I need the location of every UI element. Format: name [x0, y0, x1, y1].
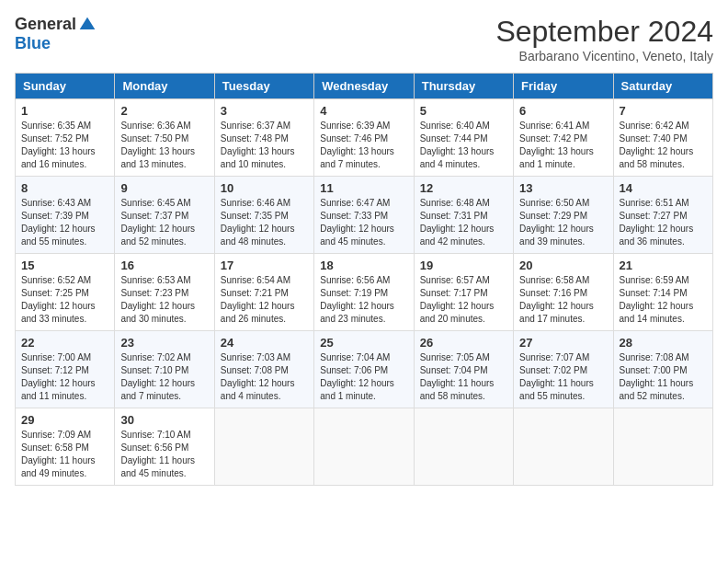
calendar-week-2: 8Sunrise: 6:43 AM Sunset: 7:39 PM Daylig…: [16, 177, 713, 254]
day-number: 16: [120, 259, 208, 272]
calendar-cell: [214, 408, 313, 486]
calendar-cell: 3Sunrise: 6:37 AM Sunset: 7:48 PM Daylig…: [214, 99, 313, 177]
calendar-header-saturday: Saturday: [613, 74, 712, 99]
day-number: 28: [620, 336, 707, 350]
day-number: 4: [320, 104, 407, 118]
day-number: 15: [21, 259, 108, 272]
calendar-header-friday: Friday: [514, 74, 613, 99]
calendar-week-4: 22Sunrise: 7:00 AM Sunset: 7:12 PM Dayli…: [16, 331, 713, 408]
day-info: Sunrise: 6:54 AM Sunset: 7:21 PM Dayligh…: [221, 274, 308, 326]
logo-icon: [78, 16, 97, 34]
day-info: Sunrise: 6:35 AM Sunset: 7:52 PM Dayligh…: [21, 120, 108, 171]
day-info: Sunrise: 6:59 AM Sunset: 7:14 PM Dayligh…: [620, 274, 707, 326]
day-info: Sunrise: 6:39 AM Sunset: 7:46 PM Dayligh…: [320, 120, 407, 171]
day-number: 23: [120, 336, 208, 350]
day-number: 8: [21, 181, 108, 195]
day-number: 30: [120, 413, 208, 427]
day-number: 27: [519, 336, 607, 350]
day-number: 18: [320, 259, 407, 272]
calendar-header-thursday: Thursday: [414, 74, 513, 99]
calendar-cell: 8Sunrise: 6:43 AM Sunset: 7:39 PM Daylig…: [16, 177, 115, 254]
day-number: 1: [21, 104, 108, 118]
calendar-cell: 15Sunrise: 6:52 AM Sunset: 7:25 PM Dayli…: [16, 254, 115, 331]
calendar-cell: 19Sunrise: 6:57 AM Sunset: 7:17 PM Dayli…: [414, 254, 513, 331]
day-info: Sunrise: 6:51 AM Sunset: 7:27 PM Dayligh…: [620, 197, 707, 248]
day-number: 25: [320, 336, 407, 350]
calendar-week-5: 29Sunrise: 7:09 AM Sunset: 6:58 PM Dayli…: [16, 408, 713, 486]
calendar-cell: 29Sunrise: 7:09 AM Sunset: 6:58 PM Dayli…: [16, 408, 115, 486]
calendar-cell: [314, 408, 414, 486]
day-number: 21: [620, 259, 707, 272]
day-info: Sunrise: 6:48 AM Sunset: 7:31 PM Dayligh…: [420, 197, 507, 248]
calendar-cell: 22Sunrise: 7:00 AM Sunset: 7:12 PM Dayli…: [16, 331, 115, 408]
day-info: Sunrise: 7:00 AM Sunset: 7:12 PM Dayligh…: [21, 351, 108, 403]
calendar-cell: 2Sunrise: 6:36 AM Sunset: 7:50 PM Daylig…: [115, 99, 214, 177]
calendar-cell: 1Sunrise: 6:35 AM Sunset: 7:52 PM Daylig…: [16, 99, 115, 177]
day-number: 9: [120, 181, 208, 195]
calendar-cell: 24Sunrise: 7:03 AM Sunset: 7:08 PM Dayli…: [214, 331, 313, 408]
day-info: Sunrise: 6:40 AM Sunset: 7:44 PM Dayligh…: [420, 120, 507, 171]
day-number: 14: [620, 181, 707, 195]
day-info: Sunrise: 6:46 AM Sunset: 7:35 PM Dayligh…: [221, 197, 308, 248]
day-number: 2: [120, 104, 208, 118]
calendar-cell: 11Sunrise: 6:47 AM Sunset: 7:33 PM Dayli…: [314, 177, 414, 254]
logo: General Blue: [15, 15, 97, 53]
calendar-cell: 17Sunrise: 6:54 AM Sunset: 7:21 PM Dayli…: [214, 254, 313, 331]
calendar-cell: 9Sunrise: 6:45 AM Sunset: 7:37 PM Daylig…: [115, 177, 214, 254]
day-info: Sunrise: 7:04 AM Sunset: 7:06 PM Dayligh…: [320, 351, 407, 403]
calendar-cell: 16Sunrise: 6:53 AM Sunset: 7:23 PM Dayli…: [115, 254, 214, 331]
day-number: 29: [21, 413, 108, 427]
day-info: Sunrise: 6:47 AM Sunset: 7:33 PM Dayligh…: [320, 197, 407, 248]
svg-marker-0: [80, 17, 96, 29]
day-info: Sunrise: 7:05 AM Sunset: 7:04 PM Dayligh…: [420, 351, 507, 403]
day-info: Sunrise: 7:10 AM Sunset: 6:56 PM Dayligh…: [120, 429, 208, 480]
day-info: Sunrise: 6:57 AM Sunset: 7:17 PM Dayligh…: [420, 274, 507, 326]
day-info: Sunrise: 6:52 AM Sunset: 7:25 PM Dayligh…: [21, 274, 108, 326]
calendar-cell: 27Sunrise: 7:07 AM Sunset: 7:02 PM Dayli…: [514, 331, 613, 408]
calendar-cell: 18Sunrise: 6:56 AM Sunset: 7:19 PM Dayli…: [314, 254, 414, 331]
calendar-cell: 12Sunrise: 6:48 AM Sunset: 7:31 PM Dayli…: [414, 177, 513, 254]
calendar-cell: 21Sunrise: 6:59 AM Sunset: 7:14 PM Dayli…: [613, 254, 712, 331]
day-number: 24: [221, 336, 308, 350]
month-title: September 2024: [495, 15, 713, 49]
calendar-cell: [414, 408, 513, 486]
calendar-cell: 25Sunrise: 7:04 AM Sunset: 7:06 PM Dayli…: [314, 331, 414, 408]
calendar-cell: [613, 408, 712, 486]
page-header: General Blue September 2024 Barbarano Vi…: [15, 15, 713, 63]
calendar-cell: 7Sunrise: 6:42 AM Sunset: 7:40 PM Daylig…: [613, 99, 712, 177]
calendar-header-tuesday: Tuesday: [214, 74, 313, 99]
calendar-cell: 4Sunrise: 6:39 AM Sunset: 7:46 PM Daylig…: [314, 99, 414, 177]
day-info: Sunrise: 6:50 AM Sunset: 7:29 PM Dayligh…: [519, 197, 607, 248]
calendar-table: SundayMondayTuesdayWednesdayThursdayFrid…: [15, 73, 713, 486]
day-info: Sunrise: 6:36 AM Sunset: 7:50 PM Dayligh…: [120, 120, 208, 171]
calendar-cell: 23Sunrise: 7:02 AM Sunset: 7:10 PM Dayli…: [115, 331, 214, 408]
calendar-cell: 14Sunrise: 6:51 AM Sunset: 7:27 PM Dayli…: [613, 177, 712, 254]
day-info: Sunrise: 7:09 AM Sunset: 6:58 PM Dayligh…: [21, 429, 108, 480]
day-number: 6: [519, 104, 607, 118]
title-block: September 2024 Barbarano Vicentino, Vene…: [495, 15, 713, 63]
calendar-cell: [514, 408, 613, 486]
calendar-cell: 10Sunrise: 6:46 AM Sunset: 7:35 PM Dayli…: [214, 177, 313, 254]
day-info: Sunrise: 6:45 AM Sunset: 7:37 PM Dayligh…: [120, 197, 208, 248]
day-info: Sunrise: 6:53 AM Sunset: 7:23 PM Dayligh…: [120, 274, 208, 326]
day-number: 12: [420, 181, 507, 195]
day-info: Sunrise: 7:07 AM Sunset: 7:02 PM Dayligh…: [519, 351, 607, 403]
day-info: Sunrise: 7:02 AM Sunset: 7:10 PM Dayligh…: [120, 351, 208, 403]
day-info: Sunrise: 7:03 AM Sunset: 7:08 PM Dayligh…: [221, 351, 308, 403]
calendar-week-1: 1Sunrise: 6:35 AM Sunset: 7:52 PM Daylig…: [16, 99, 713, 177]
day-number: 11: [320, 181, 407, 195]
calendar-header-monday: Monday: [115, 74, 214, 99]
logo-blue-text: Blue: [15, 34, 51, 53]
calendar-cell: 5Sunrise: 6:40 AM Sunset: 7:44 PM Daylig…: [414, 99, 513, 177]
day-number: 10: [221, 181, 308, 195]
calendar-cell: 13Sunrise: 6:50 AM Sunset: 7:29 PM Dayli…: [514, 177, 613, 254]
calendar-cell: 6Sunrise: 6:41 AM Sunset: 7:42 PM Daylig…: [514, 99, 613, 177]
calendar-header-wednesday: Wednesday: [314, 74, 414, 99]
location-subtitle: Barbarano Vicentino, Veneto, Italy: [495, 49, 713, 63]
calendar-cell: 20Sunrise: 6:58 AM Sunset: 7:16 PM Dayli…: [514, 254, 613, 331]
day-info: Sunrise: 6:37 AM Sunset: 7:48 PM Dayligh…: [221, 120, 308, 171]
day-number: 17: [221, 259, 308, 272]
calendar-header-sunday: Sunday: [16, 74, 115, 99]
day-number: 13: [519, 181, 607, 195]
day-info: Sunrise: 6:56 AM Sunset: 7:19 PM Dayligh…: [320, 274, 407, 326]
